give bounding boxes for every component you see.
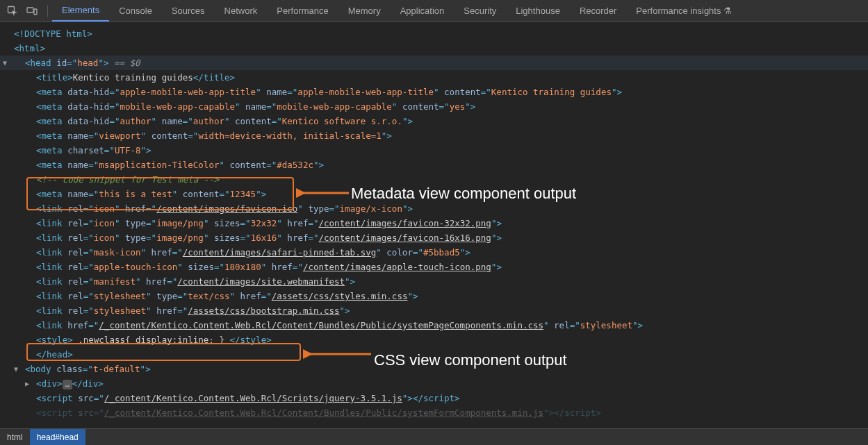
dom-line[interactable]: <link rel="apple-touch-icon" sizes="180x…: [0, 260, 868, 274]
tab-application[interactable]: Application: [391, 0, 455, 22]
annotation-label: Metadata view component output: [351, 185, 576, 203]
breadcrumb-item[interactable]: head#head: [30, 429, 85, 445]
collapsed-ellipsis[interactable]: …: [63, 380, 72, 389]
dom-line[interactable]: ▶<div>…</div>: [0, 376, 868, 391]
dom-line[interactable]: <meta data-hid="mobile-web-app-capable" …: [0, 99, 868, 114]
dom-line[interactable]: <meta name="viewport" content="width=dev…: [0, 128, 868, 143]
beaker-icon: ⚗: [723, 6, 732, 16]
tab-memory[interactable]: Memory: [338, 0, 391, 22]
inspect-icon[interactable]: [4, 3, 21, 19]
dom-line[interactable]: <link href="/_content/Kentico.Content.We…: [0, 318, 868, 333]
dom-line[interactable]: <script src="/_content/Kentico.Content.W…: [0, 391, 868, 405]
dom-line[interactable]: <link rel="stylesheet" href="/assets/css…: [0, 303, 868, 318]
panel-tabs: Elements Console Sources Network Perform…: [52, 0, 742, 22]
tab-network[interactable]: Network: [215, 0, 268, 22]
tab-performance[interactable]: Performance: [267, 0, 338, 22]
dom-line-selected[interactable]: ▼<head id="head"> == $0: [0, 56, 868, 70]
expand-arrow-icon[interactable]: ▼: [14, 362, 18, 376]
tab-console[interactable]: Console: [109, 0, 162, 22]
dom-line[interactable]: <meta name="msapplication-TileColor" con…: [0, 158, 868, 172]
devtools-toolbar: Elements Console Sources Network Perform…: [0, 0, 868, 22]
svg-rect-2: [34, 9, 37, 15]
dom-breadcrumb: html head#head: [0, 428, 868, 445]
dom-line[interactable]: <link rel="icon" type="image/png" sizes=…: [0, 230, 868, 245]
dom-line[interactable]: <script src="/_content/Kentico.Content.W…: [0, 405, 868, 420]
dom-line[interactable]: <link rel="icon" type="image/png" sizes=…: [0, 216, 868, 230]
annotation-label: CSS view component output: [374, 351, 567, 369]
dom-line[interactable]: <meta data-hid="author" name="author" co…: [0, 114, 868, 128]
dom-line[interactable]: <meta charset="UTF-8">: [0, 143, 868, 158]
tab-recorder[interactable]: Recorder: [570, 0, 626, 22]
tab-lighthouse[interactable]: Lighthouse: [506, 0, 570, 22]
dom-line[interactable]: <meta data-hid="apple-mobile-web-app-tit…: [0, 85, 868, 99]
dom-line[interactable]: <link rel="stylesheet" type="text/css" h…: [0, 289, 868, 303]
device-toggle-icon[interactable]: [24, 3, 40, 19]
tab-elements[interactable]: Elements: [52, 0, 109, 22]
tab-sources[interactable]: Sources: [162, 0, 215, 22]
tab-security[interactable]: Security: [454, 0, 506, 22]
toolbar-separator: [47, 5, 48, 17]
dom-line[interactable]: <style> .newclass{ display:inline; } </s…: [0, 333, 868, 347]
dom-line[interactable]: <link rel="manifest" href="/content/imag…: [0, 274, 868, 289]
tab-perf-insights[interactable]: Performance insights⚗: [626, 0, 742, 22]
dom-line[interactable]: <html>: [0, 41, 868, 56]
svg-rect-1: [27, 8, 33, 12]
dom-line[interactable]: <!DOCTYPE html>: [0, 26, 868, 41]
breadcrumb-item[interactable]: html: [0, 429, 30, 445]
dom-line[interactable]: <link rel="mask-icon" href="/content/ima…: [0, 245, 868, 260]
expand-arrow-icon[interactable]: ▶: [25, 376, 29, 391]
dom-line[interactable]: <title>Kentico training guides</title>: [0, 70, 868, 85]
dom-line[interactable]: <link rel="icon" href="/content/images/f…: [0, 201, 868, 216]
expand-arrow-icon[interactable]: ▼: [3, 56, 7, 70]
